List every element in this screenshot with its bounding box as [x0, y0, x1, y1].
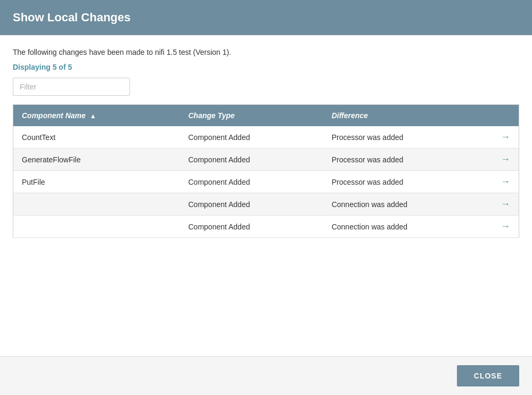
sort-asc-icon: ▲: [90, 112, 96, 120]
cell-change-type: Component Added: [180, 149, 323, 171]
table-row: PutFileComponent AddedProcessor was adde…: [13, 171, 519, 193]
table-row: CountTextComponent AddedProcessor was ad…: [13, 126, 519, 149]
changes-table: Component Name ▲ Change Type Difference …: [13, 104, 519, 238]
column-header-difference: Difference: [323, 105, 492, 127]
displaying-count: Displaying 5 of 5: [13, 63, 519, 71]
description-text: The following changes have been made to …: [13, 48, 519, 56]
dialog-title: Show Local Changes: [13, 11, 130, 24]
table-row: GenerateFlowFileComponent AddedProcessor…: [13, 149, 519, 171]
arrow-right-icon[interactable]: →: [501, 131, 510, 142]
cell-difference: Processor was added: [323, 149, 492, 171]
arrow-right-icon[interactable]: →: [501, 199, 510, 209]
dialog-body: The following changes have been made to …: [0, 35, 532, 356]
arrow-right-icon[interactable]: →: [501, 154, 510, 164]
cell-change-type: Component Added: [180, 126, 323, 149]
dialog-header: Show Local Changes: [0, 0, 532, 35]
column-header-change-type: Change Type: [180, 105, 323, 127]
table-row: Component AddedConnection was added→: [13, 193, 519, 216]
cell-difference: Processor was added: [323, 171, 492, 193]
cell-component-name: [13, 216, 180, 238]
filter-input[interactable]: [13, 78, 130, 96]
arrow-right-icon[interactable]: →: [501, 221, 510, 232]
cell-component-name: PutFile: [13, 171, 180, 193]
cell-action[interactable]: →: [492, 216, 519, 238]
cell-component-name: CountText: [13, 126, 180, 149]
arrow-right-icon[interactable]: →: [501, 176, 510, 187]
cell-action[interactable]: →: [492, 171, 519, 193]
dialog: Show Local Changes The following changes…: [0, 0, 532, 395]
dialog-footer: CLOSE: [0, 356, 532, 395]
cell-difference: Processor was added: [323, 126, 492, 149]
cell-action[interactable]: →: [492, 126, 519, 149]
cell-component-name: GenerateFlowFile: [13, 149, 180, 171]
cell-difference: Connection was added: [323, 216, 492, 238]
close-button[interactable]: CLOSE: [457, 365, 519, 386]
table-header-row: Component Name ▲ Change Type Difference: [13, 105, 519, 127]
cell-difference: Connection was added: [323, 193, 492, 216]
cell-component-name: [13, 193, 180, 216]
cell-action[interactable]: →: [492, 149, 519, 171]
cell-action[interactable]: →: [492, 193, 519, 216]
cell-change-type: Component Added: [180, 216, 323, 238]
cell-change-type: Component Added: [180, 171, 323, 193]
cell-change-type: Component Added: [180, 193, 323, 216]
column-header-component-name[interactable]: Component Name ▲: [13, 105, 180, 127]
table-row: Component AddedConnection was added→: [13, 216, 519, 238]
column-header-action: [492, 105, 519, 127]
